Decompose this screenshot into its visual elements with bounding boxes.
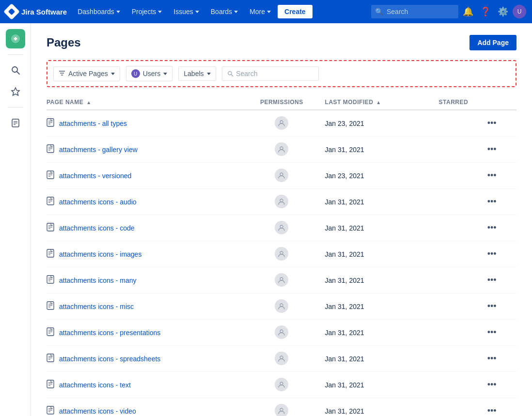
page-doc-icon bbox=[47, 144, 54, 155]
sort-icon: ▲ bbox=[86, 100, 91, 105]
app-logo[interactable]: Jira Software bbox=[6, 6, 67, 17]
starred-cell bbox=[427, 163, 485, 189]
nav-projects[interactable]: Projects bbox=[127, 0, 167, 23]
permissions-cell bbox=[244, 189, 325, 214]
modified-date: Jan 31, 2021 bbox=[325, 372, 427, 398]
users-label: Users bbox=[143, 70, 161, 77]
modified-date: Jan 31, 2021 bbox=[325, 320, 427, 346]
page-link[interactable]: attachments - gallery view bbox=[59, 146, 138, 154]
permissions-avatar bbox=[275, 273, 288, 287]
chevron-down-icon bbox=[234, 11, 238, 13]
permissions-avatar bbox=[275, 299, 288, 313]
more-actions-button[interactable]: ••• bbox=[485, 325, 499, 339]
nav-dashboards[interactable]: Dashboards bbox=[73, 0, 125, 23]
table-row: attachments - gallery view Jan 31, 2021 … bbox=[47, 137, 516, 163]
page-doc-icon bbox=[47, 327, 54, 338]
permissions-avatar bbox=[275, 116, 288, 130]
more-actions-button[interactable]: ••• bbox=[485, 299, 499, 313]
sort-icon: ▲ bbox=[376, 100, 381, 105]
page-name-cell: attachments icons - presentations bbox=[47, 320, 244, 346]
svg-point-22 bbox=[280, 147, 283, 150]
col-last-modified[interactable]: Last Modified ▲ bbox=[325, 95, 427, 110]
svg-point-17 bbox=[280, 121, 283, 123]
page-link[interactable]: attachments - all types bbox=[59, 120, 127, 127]
labels-filter[interactable]: Labels bbox=[178, 66, 216, 81]
help-button[interactable]: ❓ bbox=[478, 4, 493, 19]
modified-date: Jan 31, 2021 bbox=[325, 189, 427, 215]
table-row: attachments icons - many Jan 31, 2021 ••… bbox=[47, 267, 516, 293]
left-sidebar bbox=[0, 23, 31, 416]
page-link[interactable]: attachments icons - presentations bbox=[59, 329, 160, 337]
sidebar-starred-icon[interactable] bbox=[6, 82, 25, 101]
more-actions-button[interactable]: ••• bbox=[485, 195, 499, 209]
sidebar-divider bbox=[8, 54, 23, 55]
page-doc-icon bbox=[47, 380, 54, 390]
page-doc-icon bbox=[47, 118, 54, 129]
sidebar-divider-2 bbox=[8, 107, 23, 108]
page-link[interactable]: attachments icons - text bbox=[59, 381, 131, 389]
sidebar-search-icon[interactable] bbox=[6, 61, 25, 80]
page-link[interactable]: attachments icons - misc bbox=[59, 303, 134, 310]
sidebar-pages-icon[interactable] bbox=[6, 113, 25, 133]
more-actions-button[interactable]: ••• bbox=[485, 142, 499, 156]
actions-cell: ••• bbox=[485, 320, 516, 346]
create-button[interactable]: Create bbox=[278, 5, 313, 18]
pages-search-input[interactable] bbox=[236, 70, 313, 77]
modified-date: Jan 23, 2021 bbox=[325, 110, 427, 137]
more-actions-button[interactable]: ••• bbox=[485, 378, 499, 392]
jira-diamond-icon bbox=[3, 3, 20, 20]
page-link[interactable]: attachments - versioned bbox=[59, 172, 131, 180]
search-input[interactable] bbox=[371, 5, 458, 18]
permissions-avatar bbox=[275, 169, 288, 182]
settings-button[interactable]: ⚙️ bbox=[495, 4, 511, 19]
page-name-cell: attachments icons - spreadsheets bbox=[47, 346, 244, 372]
notifications-button[interactable]: 🔔 bbox=[460, 4, 476, 19]
starred-cell bbox=[427, 398, 485, 416]
page-name-cell: attachments - versioned bbox=[47, 163, 244, 189]
page-name-cell: attachments icons - many bbox=[47, 267, 244, 293]
page-link[interactable]: attachments icons - images bbox=[59, 250, 141, 258]
svg-point-11 bbox=[228, 72, 231, 75]
page-link[interactable]: attachments icons - audio bbox=[59, 198, 137, 206]
nav-issues[interactable]: Issues bbox=[169, 0, 203, 23]
more-actions-button[interactable]: ••• bbox=[485, 404, 499, 416]
nav-boards[interactable]: Boards bbox=[206, 0, 243, 23]
page-doc-icon bbox=[47, 223, 54, 233]
starred-cell bbox=[427, 215, 485, 241]
permissions-cell bbox=[244, 346, 325, 371]
svg-point-57 bbox=[280, 330, 283, 333]
more-actions-button[interactable]: ••• bbox=[485, 247, 499, 261]
more-actions-button[interactable]: ••• bbox=[485, 169, 499, 183]
svg-point-67 bbox=[280, 382, 283, 385]
page-name-cell: attachments icons - misc bbox=[47, 293, 244, 320]
more-actions-button[interactable]: ••• bbox=[485, 273, 499, 287]
more-actions-button[interactable]: ••• bbox=[485, 116, 499, 130]
page-name-cell: attachments - gallery view bbox=[47, 137, 244, 163]
modified-date: Jan 31, 2021 bbox=[325, 137, 427, 163]
permissions-cell bbox=[244, 163, 325, 188]
user-avatar[interactable]: U bbox=[513, 5, 526, 18]
permissions-avatar bbox=[275, 142, 288, 156]
users-filter[interactable]: U Users bbox=[126, 66, 173, 81]
sidebar-project-icon[interactable] bbox=[6, 29, 25, 48]
table-row: attachments icons - presentations Jan 31… bbox=[47, 320, 516, 346]
page-name-cell: attachments icons - video bbox=[47, 398, 244, 416]
more-actions-button[interactable]: ••• bbox=[485, 221, 499, 235]
modified-date: Jan 31, 2021 bbox=[325, 293, 427, 320]
starred-cell bbox=[427, 320, 485, 346]
page-link[interactable]: attachments icons - video bbox=[59, 407, 136, 415]
page-doc-icon bbox=[47, 354, 54, 364]
col-page-name[interactable]: Page Name ▲ bbox=[47, 95, 244, 110]
page-link[interactable]: attachments icons - many bbox=[59, 277, 137, 284]
permissions-cell bbox=[244, 110, 325, 136]
more-actions-button[interactable]: ••• bbox=[485, 352, 499, 366]
page-name-cell: attachments icons - audio bbox=[47, 189, 244, 215]
page-link[interactable]: attachments icons - code bbox=[59, 224, 135, 232]
page-doc-icon bbox=[47, 275, 54, 286]
nav-more[interactable]: More bbox=[245, 0, 276, 23]
page-link[interactable]: attachments icons - spreadsheets bbox=[59, 355, 160, 363]
permissions-cell bbox=[244, 293, 325, 319]
svg-point-72 bbox=[280, 408, 283, 411]
add-page-button[interactable]: Add Page bbox=[469, 35, 516, 50]
active-pages-filter[interactable]: Active Pages bbox=[53, 66, 120, 81]
